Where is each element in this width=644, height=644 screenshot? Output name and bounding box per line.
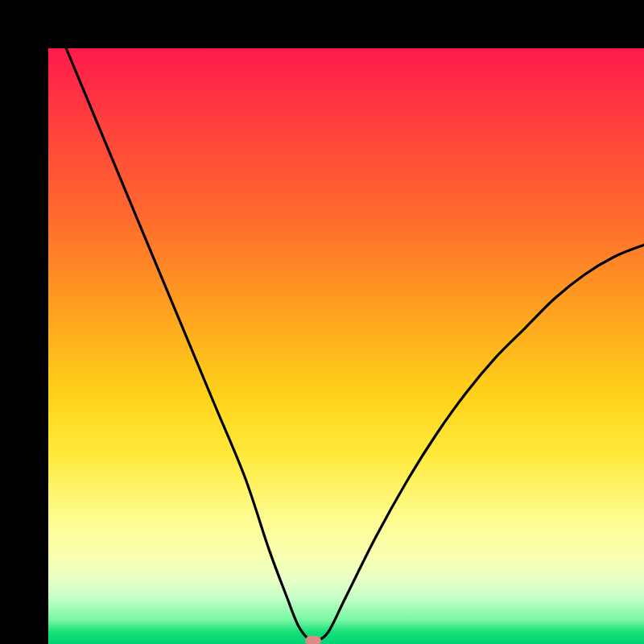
optimal-marker-icon	[305, 636, 321, 644]
curve-svg	[48, 48, 644, 644]
chart-frame	[0, 0, 644, 644]
bottleneck-curve	[66, 48, 644, 642]
plot-area	[48, 48, 644, 644]
